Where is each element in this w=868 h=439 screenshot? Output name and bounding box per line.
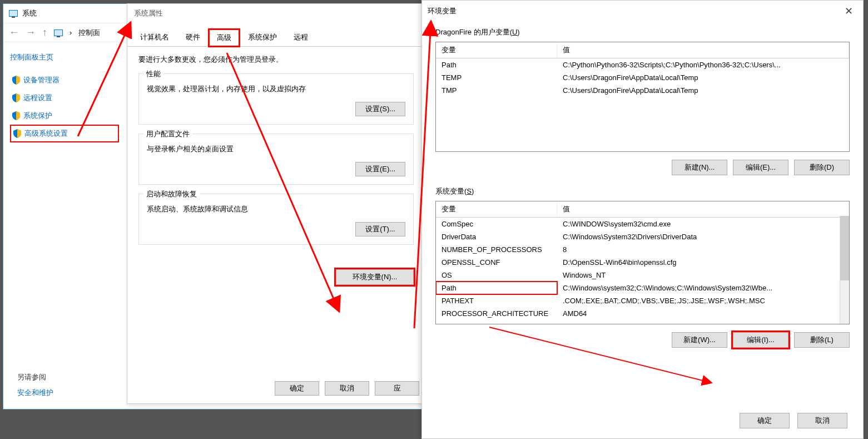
table-row[interactable]: TMPC:\Users\DragonFire\AppData\Local\Tem… [436, 84, 849, 97]
footer-link[interactable]: 安全和维护 [17, 388, 53, 398]
startup-recovery-group: 启动和故障恢复 系统启动、系统故障和调试信息 设置(T)... [138, 194, 414, 245]
startup-settings-button[interactable]: 设置(T)... [355, 222, 405, 236]
group-title: 性能 [143, 69, 163, 79]
cancel-button[interactable]: 取消 [325, 381, 369, 396]
tab-system-protection[interactable]: 系统保护 [240, 28, 285, 46]
group-title: 启动和故障恢复 [143, 189, 200, 199]
env-title: 环境变量 [428, 6, 457, 16]
back-icon[interactable]: ← [9, 27, 19, 38]
tabs: 计算机名 硬件 高级 系统保护 远程 [127, 28, 425, 47]
group-desc: 与登录帐户相关的桌面设置 [147, 144, 405, 154]
props-footer: 确定 取消 应 [275, 381, 419, 396]
sidebar-remote-settings[interactable]: 远程设置 [10, 89, 119, 107]
system-properties-dialog: 系统属性 计算机名 硬件 高级 系统保护 远程 要进行大多数更改，您必须作为管理… [127, 3, 425, 404]
group-title: 用户配置文件 [143, 129, 192, 139]
var-value: D:\OpenSSL-Win64\bin\openssl.cfg [557, 256, 849, 269]
user-edit-button[interactable]: 编辑(E)... [733, 160, 788, 175]
sys-delete-button[interactable]: 删除(L) [794, 332, 850, 348]
props-title: 系统属性 [127, 4, 425, 23]
var-name: PROCESSOR_ARCHITECTURE [436, 307, 557, 320]
shield-icon [12, 111, 20, 120]
var-name: OS [436, 269, 557, 282]
group-desc: 视觉效果，处理器计划，内存使用，以及虚拟内存 [147, 84, 405, 94]
var-name: PATHEXT [436, 294, 557, 307]
scroll-thumb[interactable] [840, 216, 849, 280]
col-variable[interactable]: 变量 [436, 201, 557, 217]
tab-remote[interactable]: 远程 [285, 28, 316, 46]
table-row[interactable]: TEMPC:\Users\DragonFire\AppData\Local\Te… [436, 71, 849, 84]
var-value: 8 [557, 243, 849, 256]
var-name: TEMP [436, 71, 557, 84]
col-value[interactable]: 值 [557, 201, 849, 217]
sidebar-advanced-settings[interactable]: 高级系统设置 [10, 125, 119, 142]
env-cancel-button[interactable]: 取消 [797, 413, 847, 428]
sidebar-footer: 另请参阅 安全和维护 [17, 372, 53, 398]
shield-icon [12, 93, 20, 102]
var-value: Windows_NT [557, 269, 849, 282]
col-variable[interactable]: 变量 [436, 42, 557, 58]
system-variables-table[interactable]: 变量 值 ComSpecC:\WINDOWS\system32\cmd.exeD… [435, 201, 850, 324]
shield-icon [13, 129, 21, 138]
footer-heading: 另请参阅 [17, 372, 53, 382]
var-name: OPENSSL_CONF [436, 256, 557, 269]
sidebar: 控制面板主页 设备管理器 远程设置 系统保护 高级系统设置 另请参阅 安全和维护 [3, 42, 126, 403]
user-profile-group: 用户配置文件 与登录帐户相关的桌面设置 设置(E)... [138, 134, 414, 185]
var-name: NUMBER_OF_PROCESSORS [436, 243, 557, 256]
system-title: 系统 [22, 8, 37, 18]
var-name: ComSpec [436, 218, 557, 230]
table-row[interactable]: OPENSSL_CONFD:\OpenSSL-Win64\bin\openssl… [436, 256, 849, 269]
up-icon[interactable]: ↑ [42, 27, 47, 38]
table-row[interactable]: NUMBER_OF_PROCESSORS8 [436, 243, 849, 256]
monitor-icon [9, 10, 18, 17]
var-name: TMP [436, 84, 557, 97]
user-delete-button[interactable]: 删除(D) [794, 160, 850, 175]
var-value: .COM;.EXE;.BAT;.CMD;.VBS;.VBE;.JS;.JSE;.… [557, 294, 849, 307]
var-value: C:\Python\Python36-32\Scripts\;C:\Python… [557, 58, 849, 71]
user-new-button[interactable]: 新建(N)... [672, 160, 727, 175]
sidebar-device-manager[interactable]: 设备管理器 [10, 71, 119, 89]
apply-button[interactable]: 应 [375, 381, 419, 396]
var-name: Path [436, 58, 557, 71]
table-row[interactable]: PROCESSOR_ARCHITECTUREAMD64 [436, 307, 849, 320]
tab-hardware[interactable]: 硬件 [177, 28, 209, 46]
var-value: C:\Windows\System32\Drivers\DriverData [557, 230, 849, 243]
group-desc: 系统启动、系统故障和调试信息 [147, 204, 405, 214]
user-variables-table[interactable]: 变量 值 PathC:\Python\Python36-32\Scripts\;… [435, 42, 850, 152]
performance-group: 性能 视觉效果，处理器计划，内存使用，以及虚拟内存 设置(S)... [138, 73, 414, 125]
sys-new-button[interactable]: 新建(W)... [672, 332, 727, 348]
table-row[interactable]: DriverDataC:\Windows\System32\Drivers\Dr… [436, 230, 849, 243]
scrollbar[interactable] [840, 216, 849, 324]
intro-text: 要进行大多数更改，您必须作为管理员登录。 [138, 55, 414, 65]
forward-icon: → [26, 27, 36, 38]
sidebar-heading[interactable]: 控制面板主页 [10, 52, 119, 62]
performance-settings-button[interactable]: 设置(S)... [355, 102, 405, 116]
close-icon[interactable]: ✕ [840, 4, 857, 18]
tab-advanced[interactable]: 高级 [209, 29, 240, 47]
var-value: AMD64 [557, 307, 849, 320]
table-row[interactable]: OSWindows_NT [436, 269, 849, 282]
system-variables-label: 系统变量(S) [435, 186, 850, 196]
sidebar-item-label: 高级系统设置 [24, 129, 68, 139]
table-row[interactable]: PathC:\Python\Python36-32\Scripts\;C:\Py… [436, 58, 849, 71]
sidebar-item-label: 远程设置 [23, 93, 52, 103]
environment-variables-button[interactable]: 环境变量(N)... [336, 269, 414, 285]
sidebar-system-protection[interactable]: 系统保护 [10, 107, 119, 125]
shield-icon [12, 76, 20, 85]
sidebar-item-label: 设备管理器 [23, 75, 59, 85]
user-variables-label: DragonFire 的用户变量(U) [435, 27, 850, 37]
table-row[interactable]: PathC:\Windows\system32;C:\Windows;C:\Wi… [436, 282, 849, 294]
sys-edit-button[interactable]: 编辑(I)... [733, 332, 788, 348]
col-value[interactable]: 值 [557, 42, 849, 58]
ok-button[interactable]: 确定 [275, 381, 319, 396]
breadcrumb[interactable]: 控制面 [78, 28, 100, 38]
sidebar-item-label: 系统保护 [23, 111, 52, 121]
monitor-icon [54, 29, 63, 36]
table-row[interactable]: ComSpecC:\WINDOWS\system32\cmd.exe [436, 218, 849, 230]
table-row[interactable]: PATHEXT.COM;.EXE;.BAT;.CMD;.VBS;.VBE;.JS… [436, 294, 849, 307]
user-profile-settings-button[interactable]: 设置(E)... [355, 162, 405, 176]
environment-variables-dialog: 环境变量 ✕ DragonFire 的用户变量(U) 变量 值 PathC:\P… [421, 0, 864, 439]
tab-computer-name[interactable]: 计算机名 [132, 28, 177, 46]
var-value: C:\Windows\system32;C:\Windows;C:\Window… [557, 282, 849, 294]
var-name: DriverData [436, 230, 557, 243]
env-ok-button[interactable]: 确定 [740, 413, 790, 428]
